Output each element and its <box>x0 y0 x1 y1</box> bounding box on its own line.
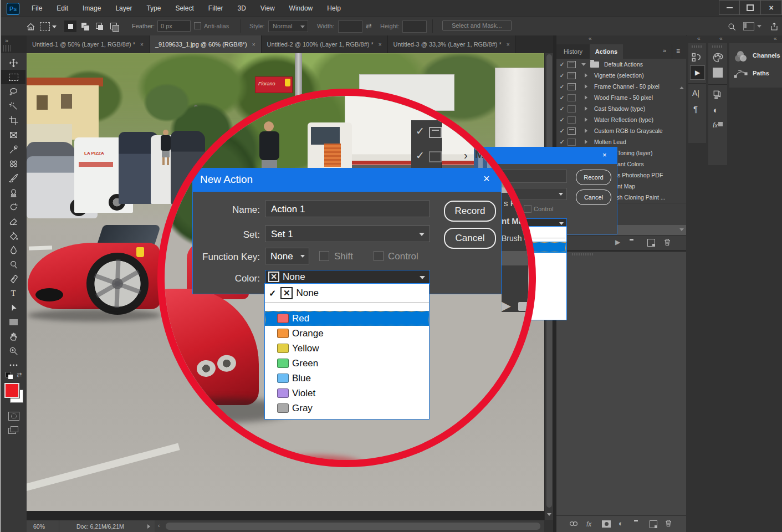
mag-dialog-close-icon[interactable]: × <box>483 172 490 185</box>
delete-icon[interactable] <box>663 238 672 249</box>
status-expand-icon[interactable] <box>147 524 150 529</box>
menu-view[interactable]: View <box>253 0 282 17</box>
modal-toggle-icon[interactable] <box>568 83 576 90</box>
zoom-level-field[interactable]: 60% <box>33 523 45 530</box>
layer-mask-icon[interactable] <box>602 520 611 528</box>
action-row[interactable]: ✓Vignette (selection) <box>556 70 686 81</box>
dock-collapse-icon[interactable]: « <box>589 35 592 42</box>
crop-tool[interactable] <box>1 113 25 127</box>
check-icon[interactable]: ✓ <box>556 105 568 112</box>
lasso-tool[interactable] <box>1 84 25 99</box>
menu-select[interactable]: Select <box>168 0 201 17</box>
mag-control-checkbox[interactable] <box>374 251 384 261</box>
quick-selection-tool[interactable] <box>1 99 25 113</box>
action-row[interactable]: ✓Wood Frame - 50 pixel <box>556 92 686 104</box>
expand-icon[interactable] <box>585 95 587 100</box>
modal-toggle-icon[interactable] <box>568 139 576 146</box>
modal-toggle-icon[interactable] <box>568 61 576 68</box>
rectangle-tool[interactable] <box>1 315 25 329</box>
tab-9109633[interactable]: _9109633_1.jpg @ 60% (RGB/8*)× <box>150 35 262 53</box>
mag-dropdown-item-violet[interactable]: Violet <box>265 386 429 401</box>
control-checkbox[interactable] <box>524 205 531 213</box>
link-icon[interactable] <box>569 520 579 530</box>
home-icon[interactable] <box>23 19 38 34</box>
gradients-panel-icon[interactable]: ◐ <box>713 105 718 115</box>
3d-panel-icon[interactable] <box>713 90 723 102</box>
mag-cancel-button[interactable]: Cancel <box>444 228 496 249</box>
dodge-tool[interactable] <box>1 257 25 272</box>
paint-bucket-tool[interactable] <box>1 228 25 243</box>
history-panel-icon[interactable] <box>692 52 703 65</box>
menu-image[interactable]: Image <box>75 0 108 17</box>
mag-dropdown-item-blue[interactable]: Blue <box>265 371 429 386</box>
check-icon[interactable]: ✓ <box>556 83 568 90</box>
mag-dropdown-item-yellow[interactable]: Yellow <box>265 341 429 356</box>
expand-icon[interactable] <box>585 117 587 122</box>
expand-icon[interactable] <box>585 84 587 89</box>
channels-panel-item[interactable]: Channels <box>729 50 782 64</box>
modal-toggle-icon[interactable] <box>568 72 576 79</box>
dialog-close-icon[interactable]: × <box>602 151 607 159</box>
select-and-mask-button[interactable]: Select and Mask... <box>442 20 512 31</box>
width-input[interactable] <box>338 21 362 33</box>
tool-preset-chevron-icon[interactable] <box>52 25 57 28</box>
paragraph-panel-icon[interactable]: ¶ <box>693 104 698 114</box>
action-row[interactable]: ✓Water Reflection (type) <box>556 114 686 126</box>
swatches-panel-icon[interactable] <box>713 68 723 78</box>
cancel-button[interactable]: Cancel <box>576 190 611 205</box>
new-action-icon[interactable] <box>647 239 655 247</box>
marquee-tool[interactable] <box>1 70 25 84</box>
mag-dropdown-item-none[interactable]: ✓ ✕ None <box>265 284 429 303</box>
history-brush-tool[interactable] <box>1 200 25 214</box>
dock-grip[interactable] <box>3 45 12 52</box>
mag-shift-checkbox[interactable] <box>319 251 329 261</box>
action-row[interactable]: ✓Custom RGB to Grayscale <box>556 125 686 137</box>
action-row-default-actions[interactable]: ✓ Default Actions <box>556 59 686 70</box>
panel-collapse-icon[interactable]: » <box>5 37 8 44</box>
action-row[interactable]: ✓Cast Shadow (type) <box>556 103 686 115</box>
selection-mode-add[interactable] <box>79 21 91 32</box>
panel-menu-collapse-icon[interactable]: » <box>663 47 666 54</box>
modal-toggle-icon[interactable] <box>568 105 576 112</box>
tab-close-icon[interactable]: × <box>507 42 510 48</box>
color-panel-icon[interactable] <box>712 52 723 65</box>
mag-dialog-title-bar[interactable]: New Action × <box>193 168 501 192</box>
modal-toggle-icon[interactable] <box>568 116 576 124</box>
minimize-button[interactable] <box>719 0 740 15</box>
check-icon[interactable]: ✓ <box>556 139 568 146</box>
new-layer-icon[interactable] <box>650 520 657 528</box>
tab-close-icon[interactable]: × <box>252 42 255 48</box>
panel-menu-icon[interactable]: ≡ <box>676 47 680 55</box>
swap-dimensions-icon[interactable]: ⇄ <box>366 22 372 30</box>
scroll-left-icon[interactable]: ‹ <box>158 523 160 529</box>
more-tools-icon[interactable] <box>1 358 25 372</box>
expand-icon[interactable] <box>585 73 587 78</box>
quick-mask-icon[interactable] <box>8 412 19 421</box>
action-row[interactable]: ✓Molten Lead <box>556 136 686 148</box>
mag-set-dropdown[interactable]: Set 1 <box>265 226 430 242</box>
tab-untitled-3[interactable]: Untitled-3 @ 33,3% (Layer 1, RGB/8#) *× <box>388 35 516 53</box>
check-icon[interactable]: ✓ <box>556 72 568 79</box>
play-icon[interactable]: ▶ <box>615 238 620 246</box>
modal-toggle-icon[interactable] <box>568 127 576 135</box>
menu-filter[interactable]: Filter <box>201 0 231 17</box>
expand-chevron-icon[interactable] <box>581 63 586 66</box>
check-icon[interactable]: ✓ <box>556 61 568 68</box>
rail-collapse-icon[interactable]: « <box>719 35 723 42</box>
share-icon[interactable] <box>767 19 781 34</box>
check-icon[interactable]: ✓ <box>556 116 568 124</box>
action-row[interactable]: ✓Frame Channel - 50 pixel <box>556 81 686 93</box>
maximize-button[interactable] <box>740 0 761 15</box>
expand-icon[interactable] <box>585 129 587 133</box>
mag-color-dropdown[interactable]: ✕ None <box>265 270 430 285</box>
path-selection-tool[interactable] <box>1 300 25 315</box>
pen-tool[interactable] <box>1 272 25 286</box>
style-dropdown[interactable]: Normal <box>268 21 308 32</box>
close-button[interactable]: × <box>761 0 782 15</box>
mag-fkey-dropdown[interactable]: None <box>265 248 309 264</box>
scrollbar-thumb[interactable] <box>166 523 540 530</box>
healing-brush-tool[interactable] <box>1 156 25 171</box>
selection-mode-new[interactable] <box>64 21 76 32</box>
tab-actions[interactable]: Actions <box>590 44 623 59</box>
panel-grip[interactable] <box>572 253 594 255</box>
